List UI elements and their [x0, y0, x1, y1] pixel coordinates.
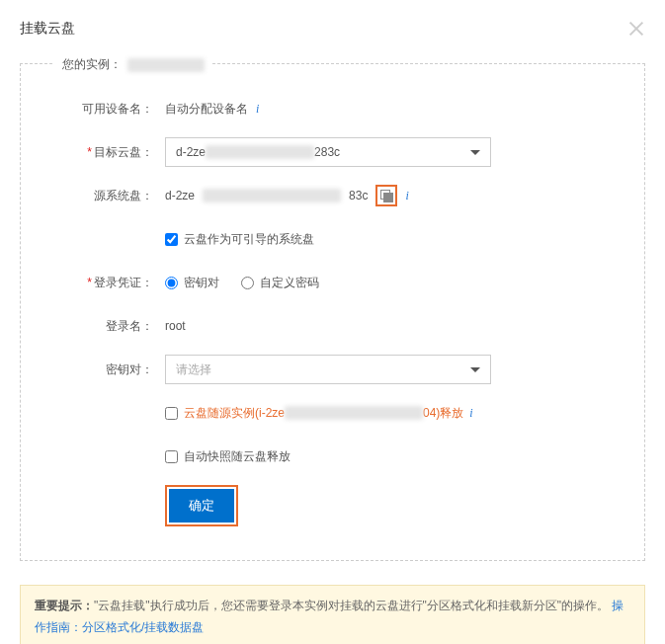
target-disk-label: 目标云盘： — [60, 144, 165, 161]
device-name-value: 自动分配设备名 — [165, 101, 248, 118]
source-disk-label: 源系统盘： — [60, 188, 165, 204]
dialog-header: 挂载云盘 — [20, 20, 645, 38]
target-disk-suffix: 283c — [314, 145, 340, 159]
bootable-checkbox[interactable] — [165, 233, 178, 246]
target-disk-prefix: d-2ze — [176, 145, 206, 159]
keypair-select[interactable]: 请选择 — [165, 355, 491, 384]
info-icon[interactable]: i — [469, 406, 472, 421]
chevron-down-icon — [470, 150, 480, 155]
keypair-label: 密钥对： — [60, 362, 165, 378]
release-with-instance-label: 云盘随源实例(i-2ze 04)释放 — [184, 405, 463, 422]
credential-label: 登录凭证： — [60, 275, 165, 291]
warning-text: "云盘挂载"执行成功后，您还需要登录本实例对挂载的云盘进行"分区格式化和挂载新分… — [94, 599, 609, 612]
instance-legend: 您的实例： — [54, 56, 212, 73]
instance-id-blurred — [127, 58, 205, 72]
chevron-down-icon — [470, 367, 480, 372]
dialog-title: 挂载云盘 — [20, 20, 75, 38]
instance-fieldset: 您的实例： 可用设备名： 自动分配设备名 i 目标云盘： d-2ze 283c — [20, 63, 645, 561]
credential-password-radio[interactable] — [241, 277, 254, 289]
credential-keypair-label: 密钥对 — [184, 275, 219, 291]
instance-legend-label: 您的实例： — [62, 56, 122, 73]
info-icon[interactable]: i — [256, 102, 259, 117]
login-name-label: 登录名： — [60, 318, 165, 335]
close-icon[interactable] — [627, 20, 645, 38]
copy-source-disk-button[interactable] — [375, 185, 397, 206]
release-snapshot-label: 自动快照随云盘释放 — [184, 448, 291, 465]
info-icon[interactable]: i — [405, 189, 408, 203]
keypair-placeholder: 请选择 — [176, 362, 211, 378]
source-disk-prefix: d-2ze — [165, 189, 195, 202]
login-name-value: root — [165, 319, 186, 333]
credential-password-label: 自定义密码 — [260, 275, 319, 291]
release-with-instance-checkbox[interactable] — [165, 407, 178, 420]
copy-icon — [380, 190, 392, 201]
device-name-label: 可用设备名： — [60, 101, 165, 118]
target-disk-select[interactable]: d-2ze 283c — [165, 137, 491, 167]
credential-keypair-radio[interactable] — [165, 277, 178, 289]
warning-box: 重要提示："云盘挂载"执行成功后，您还需要登录本实例对挂载的云盘进行"分区格式化… — [20, 585, 645, 644]
target-disk-blurred — [206, 145, 314, 159]
release-snapshot-checkbox[interactable] — [165, 450, 178, 463]
confirm-button[interactable]: 确定 — [169, 489, 234, 523]
bootable-label: 云盘作为可引导的系统盘 — [184, 231, 314, 248]
confirm-highlight-box: 确定 — [165, 485, 238, 526]
source-disk-blurred — [203, 189, 341, 202]
mount-disk-dialog: 挂载云盘 您的实例： 可用设备名： 自动分配设备名 i 目标云盘： d-2ze — [0, 0, 665, 644]
source-disk-suffix: 83c — [349, 189, 368, 202]
warning-bold: 重要提示： — [35, 599, 94, 612]
